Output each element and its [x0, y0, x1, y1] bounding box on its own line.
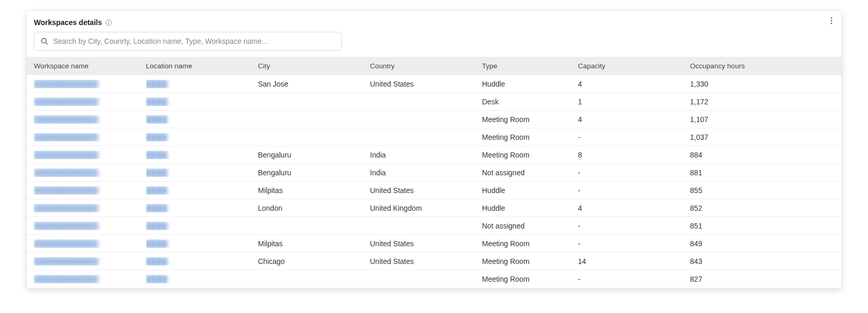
- cell-city: San Jose: [258, 80, 370, 88]
- cell-country: United States: [370, 186, 482, 195]
- cell-type: Huddle: [482, 186, 578, 195]
- cell-workspace: ████████████: [34, 222, 146, 230]
- cell-country: United States: [370, 239, 482, 248]
- cell-location: ████: [146, 186, 258, 195]
- table-row[interactable]: ████████████████Meeting Room-827: [27, 270, 841, 288]
- cell-capacity: 14: [578, 257, 690, 266]
- table-row[interactable]: ████████████████Meeting Room41,107: [27, 111, 841, 128]
- cell-workspace: ████████████: [34, 204, 146, 212]
- workspaces-table: Workspace name Location name City Countr…: [27, 57, 841, 288]
- cell-location: ████: [146, 133, 258, 141]
- search-wrap: [27, 32, 841, 57]
- cell-occupancy: 851: [690, 222, 802, 230]
- table-row[interactable]: ████████████████LondonUnited KingdomHudd…: [27, 199, 841, 217]
- cell-capacity: 4: [578, 115, 690, 124]
- table-row[interactable]: ████████████████Meeting Room-1,037: [27, 128, 841, 146]
- cell-occupancy: 1,330: [690, 80, 802, 88]
- cell-workspace: ████████████: [34, 257, 146, 266]
- info-icon[interactable]: [105, 19, 112, 26]
- svg-point-2: [831, 23, 833, 25]
- svg-line-7: [46, 43, 47, 44]
- cell-occupancy: 1,172: [690, 98, 802, 106]
- cell-occupancy: 852: [690, 204, 802, 212]
- table-row[interactable]: ████████████████Desk11,172: [27, 93, 841, 111]
- search-input[interactable]: [53, 37, 335, 45]
- search-box[interactable]: [34, 32, 342, 51]
- cell-type: Desk: [482, 98, 578, 106]
- table-row[interactable]: ████████████████ChicagoUnited StatesMeet…: [27, 252, 841, 270]
- table-row[interactable]: ████████████████Not assigned-851: [27, 217, 841, 235]
- cell-type: Meeting Room: [482, 257, 578, 266]
- search-icon: [41, 38, 48, 45]
- cell-location: ████: [146, 80, 258, 88]
- cell-capacity: -: [578, 239, 690, 248]
- svg-rect-5: [108, 22, 109, 24]
- cell-location: ████: [146, 239, 258, 248]
- cell-type: Huddle: [482, 80, 578, 88]
- cell-workspace: ████████████: [34, 151, 146, 159]
- cell-city: Bengaluru: [258, 151, 370, 159]
- cell-workspace: ████████████: [34, 239, 146, 248]
- cell-city: London: [258, 204, 370, 212]
- cell-occupancy: 1,037: [690, 133, 802, 141]
- cell-city: Chicago: [258, 257, 370, 266]
- cell-type: Meeting Room: [482, 151, 578, 159]
- cell-capacity: -: [578, 133, 690, 141]
- cell-capacity: 4: [578, 204, 690, 212]
- cell-capacity: -: [578, 222, 690, 230]
- cell-occupancy: 884: [690, 151, 802, 159]
- table-row[interactable]: ████████████████MilpitasUnited StatesMee…: [27, 235, 841, 252]
- cell-city: Milpitas: [258, 239, 370, 248]
- table-row[interactable]: ████████████████BengaluruIndiaNot assign…: [27, 164, 841, 182]
- cell-occupancy: 1,107: [690, 115, 802, 124]
- cell-workspace: ████████████: [34, 115, 146, 124]
- col-header-city[interactable]: City: [258, 62, 370, 70]
- col-header-country[interactable]: Country: [370, 62, 482, 70]
- col-header-occupancy[interactable]: Occupancy hours: [690, 62, 802, 70]
- cell-workspace: ████████████: [34, 168, 146, 177]
- cell-location: ████: [146, 257, 258, 266]
- col-header-capacity[interactable]: Capacity: [578, 62, 690, 70]
- cell-location: ████: [146, 115, 258, 124]
- cell-capacity: -: [578, 186, 690, 195]
- cell-capacity: 1: [578, 98, 690, 106]
- cell-country: United States: [370, 80, 482, 88]
- cell-location: ████: [146, 275, 258, 283]
- cell-location: ████: [146, 151, 258, 159]
- cell-capacity: -: [578, 168, 690, 177]
- table-row[interactable]: ████████████████BengaluruIndiaMeeting Ro…: [27, 146, 841, 164]
- card-header: Workspaces details: [27, 18, 841, 32]
- svg-point-0: [831, 18, 833, 19]
- cell-type: Meeting Room: [482, 275, 578, 283]
- cell-workspace: ████████████: [34, 133, 146, 141]
- cell-type: Huddle: [482, 204, 578, 212]
- cell-location: ████: [146, 168, 258, 177]
- cell-location: ████: [146, 222, 258, 230]
- cell-capacity: 4: [578, 80, 690, 88]
- col-header-type[interactable]: Type: [482, 62, 578, 70]
- cell-workspace: ████████████: [34, 80, 146, 88]
- cell-workspace: ████████████: [34, 186, 146, 195]
- cell-country: United States: [370, 257, 482, 266]
- card-title: Workspaces details: [34, 18, 102, 27]
- cell-occupancy: 843: [690, 257, 802, 266]
- col-header-location[interactable]: Location name: [146, 62, 258, 70]
- cell-workspace: ████████████: [34, 98, 146, 106]
- table-body: ████████████████San JoseUnited StatesHud…: [27, 75, 841, 288]
- cell-type: Meeting Room: [482, 239, 578, 248]
- table-row[interactable]: ████████████████MilpitasUnited StatesHud…: [27, 182, 841, 199]
- cell-city: Milpitas: [258, 186, 370, 195]
- cell-country: India: [370, 151, 482, 159]
- cell-type: Meeting Room: [482, 115, 578, 124]
- table-row[interactable]: ████████████████San JoseUnited StatesHud…: [27, 75, 841, 93]
- cell-occupancy: 881: [690, 168, 802, 177]
- cell-type: Not assigned: [482, 168, 578, 177]
- svg-point-4: [108, 21, 109, 21]
- cell-city: Bengaluru: [258, 168, 370, 177]
- svg-point-1: [831, 20, 833, 22]
- cell-occupancy: 855: [690, 186, 802, 195]
- col-header-workspace[interactable]: Workspace name: [34, 62, 146, 70]
- cell-country: India: [370, 168, 482, 177]
- cell-occupancy: 849: [690, 239, 802, 248]
- more-options-button[interactable]: [827, 16, 836, 26]
